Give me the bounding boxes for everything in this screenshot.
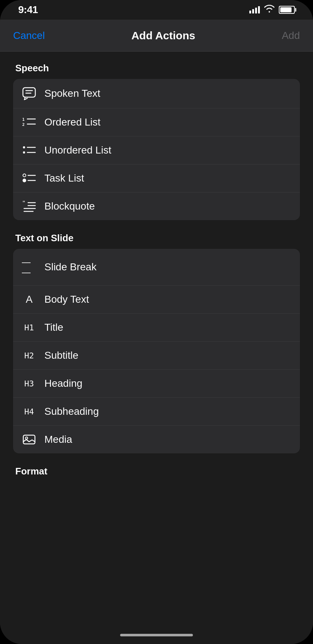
signal-bars-icon	[249, 6, 260, 13]
battery-icon	[279, 6, 295, 14]
blockquote-icon: "	[22, 200, 36, 212]
svg-point-12	[23, 179, 26, 182]
spoken-text-item[interactable]: Spoken Text	[13, 79, 300, 108]
title-item[interactable]: H1 Title	[13, 314, 300, 342]
media-icon	[22, 434, 36, 445]
slide-break-item[interactable]: — — Slide Break	[13, 249, 300, 286]
ordered-list-item[interactable]: 1 2 Ordered List	[13, 108, 300, 136]
text-on-slide-list-group: — — Slide Break A Body Text H1 Title	[13, 249, 300, 453]
unordered-list-item[interactable]: Unordered List	[13, 136, 300, 164]
home-bar	[120, 634, 193, 636]
status-time: 9:41	[18, 4, 38, 16]
svg-text:1: 1	[22, 117, 25, 122]
format-section-title: Format	[13, 466, 300, 477]
h4-icon: H4	[22, 407, 36, 416]
svg-point-8	[23, 151, 25, 154]
svg-text:2: 2	[22, 122, 25, 127]
status-icons	[249, 5, 295, 15]
unordered-list-icon	[22, 144, 36, 156]
page-title: Add Actions	[131, 29, 195, 42]
speech-section-title: Speech	[13, 63, 300, 74]
subheading-item[interactable]: H4 Subheading	[13, 398, 300, 426]
blockquote-label: Blockquote	[44, 200, 95, 212]
task-list-icon	[22, 172, 36, 184]
body-text-item[interactable]: A Body Text	[13, 286, 300, 314]
cancel-button[interactable]: Cancel	[13, 30, 45, 41]
media-label: Media	[44, 434, 72, 445]
content-area: Speech Spoken Text 1	[0, 52, 313, 626]
h2-icon: H2	[22, 351, 36, 360]
task-list-item[interactable]: Task List	[13, 164, 300, 192]
add-button[interactable]: Add	[282, 30, 300, 41]
chat-icon	[22, 87, 36, 100]
media-item[interactable]: Media	[13, 426, 300, 453]
subheading-label: Subheading	[44, 406, 99, 417]
wifi-icon	[264, 5, 274, 15]
task-list-label: Task List	[44, 172, 84, 184]
blockquote-item[interactable]: " Blockquote	[13, 192, 300, 220]
svg-point-11	[23, 174, 26, 177]
unordered-list-label: Unordered List	[44, 144, 111, 156]
slide-break-label: Slide Break	[44, 261, 96, 273]
status-bar: 9:41	[0, 0, 313, 20]
body-text-icon: A	[22, 294, 36, 305]
subtitle-item[interactable]: H2 Subtitle	[13, 342, 300, 370]
nav-bar: Cancel Add Actions Add	[0, 20, 313, 52]
svg-point-7	[23, 146, 25, 148]
slide-break-icon: — —	[22, 257, 36, 277]
svg-text:": "	[22, 200, 25, 206]
svg-point-21	[25, 437, 28, 439]
text-on-slide-section-title: Text on Slide	[13, 232, 300, 244]
subtitle-label: Subtitle	[44, 350, 78, 361]
svg-rect-20	[23, 435, 35, 444]
speech-list-group: Spoken Text 1 2 Ordered List	[13, 79, 300, 220]
heading-item[interactable]: H3 Heading	[13, 370, 300, 398]
h3-icon: H3	[22, 379, 36, 388]
body-text-label: Body Text	[44, 294, 89, 305]
spoken-text-label: Spoken Text	[44, 88, 100, 99]
title-label: Title	[44, 322, 63, 333]
ordered-list-label: Ordered List	[44, 116, 100, 128]
home-indicator	[0, 626, 313, 644]
svg-rect-0	[23, 88, 35, 97]
h1-icon: H1	[22, 323, 36, 332]
phone-frame: 9:41 Cancel Add Actions Add	[0, 0, 313, 644]
ordered-list-icon: 1 2	[22, 116, 36, 128]
heading-label: Heading	[44, 378, 82, 389]
